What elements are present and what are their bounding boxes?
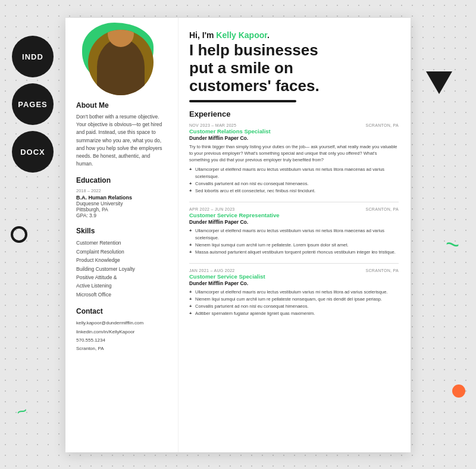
skill-item: Customer Retention [76,239,167,247]
contact-title: Contact [76,307,167,315]
tagline: I help businesses put a smile on custome… [189,42,399,95]
indd-badge[interactable]: INDD [12,36,54,77]
exp-dates-3: JAN 2021 – AUG 2022 [189,268,235,273]
exp-bullet: Convallis parturient ad non nisl eu cons… [189,303,399,310]
squiggle-right-decoration: ~ [443,231,461,257]
skill-item: Complaint Resolution [76,248,167,256]
format-badges: INDD PAGES DOCX [12,36,54,173]
exp-entry-3: JAN 2021 – AUG 2022 SCRANTON, PA Custome… [189,268,399,317]
person-silhouette [97,39,145,95]
exp-bullet: Sed lobortis arcu et elit consectetur, n… [189,187,399,195]
exp-divider [189,263,399,264]
exp-divider [189,202,399,202]
education-title: Education [76,176,167,185]
circle-right-decoration [452,384,465,398]
skill-item: Product Knowledge [76,256,167,264]
exp-title-1: Customer Relations Specialist [189,128,399,135]
header-underline [189,100,296,102]
edu-city: Pittsburgh, PA [76,207,167,212]
about-section: About Me Don't bother with a resume obje… [76,101,167,168]
contact-email: kelly.kapoor@dundermifflin.com [76,319,167,327]
exp-bullet: Ullamcorper ut eleifend mauris arcu lect… [189,227,399,242]
exp-bullet: Ullamcorper ut eleifend mauris arcu lect… [189,166,399,180]
exp-title-2: Customer Service Representative [189,212,399,218]
exp-bullet: Ullamcorper ut eleifend mauris arcu lect… [189,289,399,296]
skill-item: Microsoft Office [76,290,167,299]
photo-area [76,18,167,95]
exp-bullet: Nienem liqui sumqui cum archil ium re pe… [189,296,399,303]
education-section: Education 2018 – 2022 B.A. Human Relatio… [76,176,167,218]
exp-dates-2: APR 2022 – JUN 2023 [189,207,235,211]
edu-dates: 2018 – 2022 [76,188,167,193]
greeting-line: Hi, I'm Kelly Kapoor. [189,30,399,40]
experience-title: Experience [189,110,399,118]
contact-phone: 570.555.1234 [76,336,167,345]
tagline-line3: customers' faces. [189,77,320,95]
greeting-text: Hi, I'm [189,30,216,40]
name-text: Kelly Kapoor [216,30,267,40]
edu-school: Duquesne University [76,201,167,207]
resume-card: About Me Don't bother with a resume obje… [65,18,411,452]
exp-location-2: SCRANTON, PA [366,207,399,211]
experience-section: Experience NOV 2023 – MAR 2025 SCRANTON,… [189,110,399,317]
skills-list: Customer Retention Complaint Resolution … [76,239,167,299]
skill-item: Building Customer Loyalty [76,265,167,273]
contact-section: Contact kelly.kapoor@dundermifflin.com l… [76,307,167,354]
skills-section: Skills Customer Retention Complaint Reso… [76,227,167,299]
exp-bullet: Nienem liqui sumqui cum archil ium re pe… [189,242,399,249]
exp-desc-1: Try to think bigger than simply listing … [189,143,399,164]
exp-company-3: Dunder Mifflin Paper Co. [189,280,399,286]
greeting-end: . [267,30,270,40]
tagline-line2: put a smile on [189,59,293,77]
contact-linkedin: linkedin.com/in/KellyKapoor [76,328,167,336]
exp-bullet: Aditiber spernatem fugiatur apiende lign… [189,310,399,317]
skills-title: Skills [76,227,167,235]
exp-entry-2: APR 2022 – JUN 2023 SCRANTON, PA Custome… [189,207,399,256]
triangle-decoration [426,71,452,94]
resume-header: Hi, I'm Kelly Kapoor. I help businesses … [189,30,399,102]
exp-entry-1: NOV 2023 – MAR 2025 SCRANTON, PA Custome… [189,123,399,195]
squiggle-left-decoration: ~ [14,400,30,423]
exp-header-row: JAN 2021 – AUG 2022 SCRANTON, PA [189,268,399,273]
exp-title-3: Customer Service Specialist [189,273,399,280]
docx-badge[interactable]: DOCX [12,131,54,173]
exp-dates-1: NOV 2023 – MAR 2025 [189,123,236,127]
right-column: Hi, I'm Kelly Kapoor. I help businesses … [178,18,411,452]
profile-photo [88,30,154,95]
tagline-line1: I help businesses [189,41,318,59]
person-head [108,30,134,47]
exp-company-2: Dunder Mifflin Paper Co. [189,219,399,225]
contact-location: Scranton, PA [76,345,167,353]
exp-company-1: Dunder Mifflin Paper Co. [189,135,399,141]
exp-location-1: SCRANTON, PA [366,123,399,127]
exp-header-row: APR 2022 – JUN 2023 SCRANTON, PA [189,207,399,211]
exp-bullet: Convallis parturient ad non nisl eu cons… [189,180,399,187]
left-column: About Me Don't bother with a resume obje… [65,18,178,452]
about-title: About Me [76,101,167,110]
exp-location-3: SCRANTON, PA [366,268,399,273]
skill-item: Active Listening [76,282,167,290]
circle-left-decoration [11,226,27,243]
exp-header-row: NOV 2023 – MAR 2025 SCRANTON, PA [189,123,399,127]
edu-degree: B.A. Human Relations [76,195,167,201]
about-text: Don't bother with a resume objective. Yo… [76,113,167,168]
skill-item: Positive Attitude & [76,273,167,282]
exp-bullet: Massa auismod parturient aliquet vestibu… [189,249,399,256]
edu-gpa: GPA: 3.9 [76,212,167,218]
pages-badge[interactable]: PAGES [12,83,54,125]
